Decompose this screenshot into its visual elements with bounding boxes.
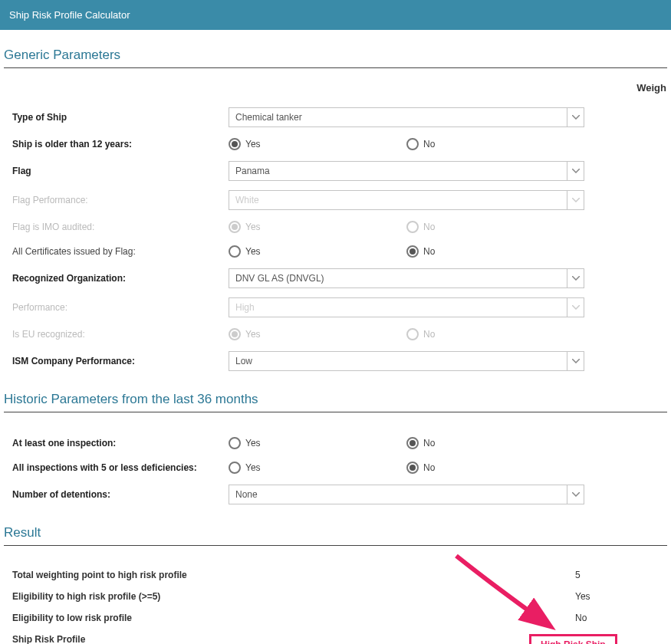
row-at-least-one-inspection: At least one inspection: Yes No [0, 431, 671, 455]
result-value-eligibility-high: Yes [575, 591, 590, 602]
result-row-total-weighting: Total weighting point to high risk profi… [0, 564, 671, 586]
radio-older-yes-label: Yes [245, 139, 261, 150]
result-value-total-weighting: 5 [575, 570, 581, 580]
row-type-of-ship: Type of Ship Chemical tanker [0, 103, 671, 132]
chevron-down-icon [567, 269, 584, 288]
radio-certs-yes[interactable]: Yes [229, 245, 406, 258]
label-flag-imo-audited: Flag is IMO audited: [12, 222, 229, 232]
radio-inspection-no[interactable]: No [406, 437, 584, 449]
row-ism-company-perf: ISM Company Performance: Low [0, 347, 671, 376]
result-label-total-weighting: Total weighting point to high risk profi… [12, 570, 575, 580]
radio-icon [229, 138, 241, 150]
row-flag-performance: Flag Performance: White [0, 186, 671, 215]
select-ism-company-perf[interactable]: Low [229, 351, 584, 371]
radio-older-no-label: No [423, 139, 435, 150]
radio-certs-no[interactable]: No [406, 245, 584, 258]
radio-icon [406, 437, 419, 449]
radio-eu-no-label: No [423, 329, 435, 340]
select-type-of-ship[interactable]: Chemical tanker [229, 107, 584, 127]
select-recognized-org-value: DNV GL AS (DNVGL) [229, 273, 567, 284]
label-performance: Performance: [12, 302, 229, 313]
radio-imo-yes-label: Yes [245, 222, 261, 232]
label-all-certs-flag: All Certificates issued by Flag: [12, 246, 229, 257]
label-eu-recognized: Is EU recognized: [12, 329, 229, 340]
label-older-than-12: Ship is older than 12 years: [12, 139, 229, 150]
row-all-insp-5-or-less: All inspections with 5 or less deficienc… [0, 455, 671, 480]
section-historic-title: Historic Parameters from the last 36 mon… [4, 389, 667, 412]
radio-older-yes[interactable]: Yes [229, 138, 406, 150]
select-performance: High [229, 297, 584, 317]
row-flag: Flag Panama [0, 156, 671, 186]
weight-column-label: Weigh [0, 76, 671, 103]
radio-imo-no: No [406, 221, 584, 233]
label-number-detentions: Number of detentions: [12, 489, 229, 500]
label-flag: Flag [12, 166, 229, 176]
chevron-down-icon [567, 485, 584, 504]
chevron-down-icon [567, 108, 584, 127]
select-flag-performance-value: White [229, 195, 567, 205]
chevron-down-icon [567, 352, 584, 370]
row-older-than-12: Ship is older than 12 years: Yes No [0, 132, 671, 156]
row-eu-recognized: Is EU recognized: Yes No [0, 322, 671, 347]
select-flag-performance: White [229, 190, 584, 210]
radio-icon [229, 328, 241, 340]
row-flag-imo-audited: Flag is IMO audited: Yes No [0, 215, 671, 239]
radio-older-no[interactable]: No [406, 138, 584, 150]
result-value-ship-risk-profile: High Risk Ship [529, 634, 617, 644]
radio-certs-no-label: No [423, 246, 435, 257]
radio-icon [406, 328, 419, 340]
result-row-eligibility-low: Eligibility to low risk profile No [0, 607, 671, 629]
radio-def-yes[interactable]: Yes [229, 462, 406, 474]
select-flag-value: Panama [229, 166, 567, 176]
section-result-title: Result [4, 523, 667, 546]
label-all-insp-5-or-less: All inspections with 5 or less deficienc… [12, 462, 229, 475]
radio-icon [406, 245, 419, 258]
select-flag[interactable]: Panama [229, 161, 584, 181]
row-recognized-org: Recognized Organization: DNV GL AS (DNVG… [0, 264, 671, 293]
result-label-ship-risk-profile: Ship Risk Profile [12, 634, 552, 644]
section-generic-title: Generic Parameters [4, 45, 667, 68]
radio-icon [229, 245, 241, 258]
result-label-eligibility-high: Eligibility to high risk profile (>=5) [12, 591, 575, 602]
label-flag-performance: Flag Performance: [12, 195, 229, 205]
radio-eu-no: No [406, 328, 584, 340]
radio-def-no[interactable]: No [406, 462, 584, 474]
label-at-least-one-inspection: At least one inspection: [12, 438, 229, 449]
select-recognized-org[interactable]: DNV GL AS (DNVGL) [229, 268, 584, 288]
select-performance-value: High [229, 302, 567, 313]
radio-icon [229, 221, 241, 233]
chevron-down-icon [567, 298, 584, 317]
label-type-of-ship: Type of Ship [12, 112, 229, 123]
radio-eu-yes: Yes [229, 328, 406, 340]
label-ism-company-perf: ISM Company Performance: [12, 356, 229, 366]
select-number-detentions[interactable]: None [229, 485, 584, 504]
radio-eu-yes-label: Yes [245, 329, 261, 340]
row-performance: Performance: High [0, 293, 671, 322]
result-row-eligibility-high: Eligibility to high risk profile (>=5) Y… [0, 586, 671, 607]
radio-icon [229, 462, 241, 474]
radio-inspection-no-label: No [423, 438, 435, 449]
radio-icon [406, 462, 419, 474]
result-label-eligibility-low: Eligibility to low risk profile [12, 613, 575, 623]
row-all-certs-flag: All Certificates issued by Flag: Yes No [0, 239, 671, 264]
chevron-down-icon [567, 162, 584, 180]
radio-icon [406, 221, 419, 233]
chevron-down-icon [567, 191, 584, 209]
radio-def-no-label: No [423, 462, 435, 473]
select-ism-company-perf-value: Low [229, 356, 567, 366]
radio-inspection-yes[interactable]: Yes [229, 437, 406, 449]
radio-icon [406, 138, 419, 150]
page-header: Ship Risk Profile Calculator [0, 0, 671, 30]
radio-icon [229, 437, 241, 449]
select-number-detentions-value: None [229, 489, 567, 500]
row-number-detentions: Number of detentions: None [0, 480, 671, 509]
result-row-ship-risk-profile: Ship Risk Profile High Risk Ship [0, 629, 671, 644]
radio-def-yes-label: Yes [245, 462, 261, 473]
page-title: Ship Risk Profile Calculator [9, 9, 130, 21]
radio-imo-no-label: No [423, 222, 435, 232]
radio-certs-yes-label: Yes [245, 246, 261, 257]
result-value-eligibility-low: No [575, 613, 587, 623]
label-recognized-org: Recognized Organization: [12, 273, 229, 284]
radio-inspection-yes-label: Yes [245, 438, 261, 449]
select-type-of-ship-value: Chemical tanker [229, 112, 567, 123]
